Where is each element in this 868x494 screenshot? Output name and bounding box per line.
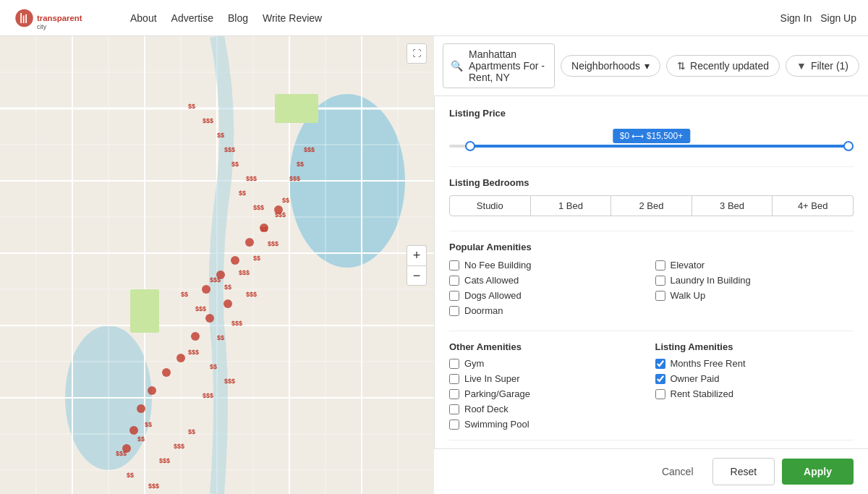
parking-garage-checkbox[interactable] — [449, 389, 459, 399]
sort-icon: ⇅ — [677, 60, 686, 72]
roof-deck-item[interactable]: Roof Deck — [449, 404, 648, 414]
svg-text:city: city — [37, 22, 47, 30]
svg-point-76 — [231, 256, 239, 265]
svg-rect-3 — [25, 14, 27, 22]
laundry-in-building-checkbox[interactable] — [655, 276, 665, 286]
bed-3-btn[interactable]: 3 Bed — [692, 195, 773, 216]
months-free-rent-checkbox[interactable] — [655, 359, 665, 369]
owner-paid-item[interactable]: Owner Paid — [655, 373, 854, 384]
listing-price-title: Listing Price — [449, 108, 854, 119]
rent-stabilized-item[interactable]: Rent Stabilized — [655, 388, 854, 399]
bed-1-btn[interactable]: 1 Bed — [531, 195, 612, 216]
live-in-super-item[interactable]: Live In Super — [449, 373, 648, 384]
owner-paid-checkbox[interactable] — [655, 374, 665, 384]
price-range-bar: $0 ⟷ $15,500+ — [449, 126, 854, 152]
svg-point-75 — [216, 271, 225, 279]
months-free-rent-item[interactable]: Months Free Rent — [655, 358, 854, 369]
zoom-controls: + − — [407, 245, 427, 286]
doorman-checkbox[interactable] — [449, 306, 459, 316]
nav-blog[interactable]: Blog — [228, 12, 248, 24]
reset-button[interactable]: Reset — [712, 458, 775, 485]
fullscreen-button[interactable]: ⛶ — [407, 43, 427, 64]
neighborhoods-label: Neighborhoods — [571, 60, 640, 72]
zoom-out-button[interactable]: − — [407, 265, 427, 286]
cats-allowed-label: Cats Allowed — [464, 275, 519, 286]
filter-button[interactable]: ▼ Filter (1) — [786, 55, 859, 77]
sign-in-link[interactable]: Sign In — [780, 12, 812, 24]
bed-studio-btn[interactable]: Studio — [449, 195, 531, 216]
range-thumb-right[interactable] — [843, 141, 854, 151]
dogs-allowed-label: Dogs Allowed — [464, 290, 522, 301]
svg-text:$$: $$ — [145, 421, 152, 428]
nav-write-review[interactable]: Write Review — [263, 12, 322, 24]
svg-text:$$: $$ — [224, 284, 231, 291]
listing-price-section: Listing Price $0 ⟷ $15,500+ — [449, 108, 854, 152]
svg-rect-34 — [275, 94, 318, 123]
live-in-super-label: Live In Super — [464, 373, 520, 384]
no-fee-building-checkbox[interactable] — [449, 260, 459, 271]
dogs-allowed-item[interactable]: Dogs Allowed — [449, 290, 648, 301]
svg-point-72 — [205, 314, 214, 323]
laundry-in-building-label: Laundry In Building — [671, 275, 751, 286]
search-text: Manhattan Apartments For - Rent, NY — [469, 48, 547, 83]
cats-allowed-checkbox[interactable] — [449, 276, 459, 286]
svg-text:$$: $$ — [127, 472, 134, 479]
live-in-super-checkbox[interactable] — [449, 374, 459, 384]
popular-right-col: Elevator Laundry In Building Walk Up — [655, 260, 854, 316]
listing-bedrooms-title: Listing Bedrooms — [449, 177, 854, 188]
parking-garage-item[interactable]: Parking/Garage — [449, 388, 648, 399]
logo[interactable]: transparent city — [12, 5, 113, 31]
apply-button[interactable]: Apply — [782, 459, 854, 485]
bed-4plus-btn[interactable]: 4+ Bed — [773, 195, 854, 216]
zoom-in-button[interactable]: + — [407, 245, 427, 265]
walk-up-checkbox[interactable] — [655, 291, 665, 301]
laundry-in-building-item[interactable]: Laundry In Building — [655, 275, 854, 286]
doorman-item[interactable]: Doorman — [449, 305, 648, 316]
no-fee-building-label: No Fee Building — [464, 260, 532, 271]
roof-deck-label: Roof Deck — [464, 404, 509, 414]
svg-point-73 — [224, 299, 232, 308]
recently-updated-button[interactable]: ⇅ Recently updated — [666, 55, 780, 77]
search-box[interactable]: 🔍 Manhattan Apartments For - Rent, NY — [443, 43, 555, 88]
dogs-allowed-checkbox[interactable] — [449, 291, 459, 301]
nav-about[interactable]: About — [130, 12, 157, 24]
nav-advertise[interactable]: Advertise — [171, 12, 213, 24]
svg-text:$$: $$ — [282, 197, 289, 204]
sign-up-link[interactable]: Sign Up — [820, 12, 856, 24]
other-listing-amenities: Other Amenities Gym Live In Super Par — [449, 341, 854, 430]
cancel-button[interactable]: Cancel — [650, 459, 705, 485]
svg-point-82 — [162, 368, 171, 377]
header-actions: Sign In Sign Up — [780, 12, 856, 24]
walk-up-item[interactable]: Walk Up — [655, 290, 854, 301]
bed-2-btn[interactable]: 2 Bed — [611, 195, 692, 216]
price-range-label: $0 ⟷ $15,500+ — [613, 129, 690, 143]
elevator-checkbox[interactable] — [655, 260, 665, 271]
svg-rect-1 — [20, 13, 22, 23]
chevron-down-icon: ▾ — [644, 60, 650, 72]
roof-deck-checkbox[interactable] — [449, 404, 459, 414]
svg-text:$$: $$ — [239, 189, 246, 197]
map-area: $$$ $$ $$$ $$ $$$ $$ $$ $$$ $$$ $$$ $$ $… — [0, 36, 434, 494]
rent-stabilized-checkbox[interactable] — [655, 389, 665, 399]
range-thumb-left[interactable] — [465, 141, 475, 151]
cats-allowed-item[interactable]: Cats Allowed — [449, 275, 648, 286]
svg-text:$$: $$ — [210, 363, 217, 370]
svg-text:$$: $$ — [217, 334, 224, 341]
filter-label: Filter (1) — [811, 60, 848, 72]
svg-point-74 — [202, 285, 210, 294]
gym-label: Gym — [464, 358, 484, 369]
swimming-pool-checkbox[interactable] — [449, 420, 459, 430]
popular-amenities-title: Popular Amenities — [449, 242, 854, 252]
svg-text:transparent: transparent — [37, 14, 82, 22]
walk-up-label: Walk Up — [671, 290, 706, 301]
svg-text:$$$: $$$ — [148, 482, 159, 490]
parking-garage-label: Parking/Garage — [464, 388, 530, 399]
elevator-item[interactable]: Elevator — [655, 260, 854, 271]
svg-text:$$$: $$$ — [203, 117, 213, 124]
no-fee-building-item[interactable]: No Fee Building — [449, 260, 648, 271]
swimming-pool-item[interactable]: Swimming Pool — [449, 419, 648, 430]
neighborhoods-button[interactable]: Neighborhoods ▾ — [561, 55, 660, 77]
gym-item[interactable]: Gym — [449, 358, 648, 369]
svg-text:$$$: $$$ — [174, 443, 184, 450]
gym-checkbox[interactable] — [449, 359, 459, 369]
